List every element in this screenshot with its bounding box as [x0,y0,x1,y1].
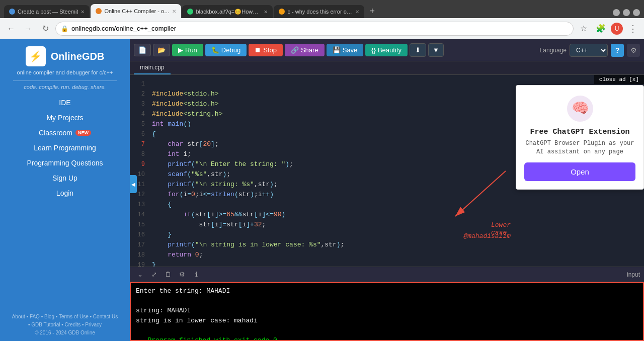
terminal-line-3: string: MAHADI [136,306,638,316]
terminal-line-exit-code: ...Program finished with exit code 0 [136,335,638,342]
terminal-output[interactable]: Enter the string: MAHADI string: MAHADI … [130,282,644,341]
menu-btn[interactable]: ⋮ [626,22,640,36]
terminal-popout-btn[interactable]: ⤢ [148,269,160,281]
forward-btn[interactable]: → [21,22,35,36]
footer-link-about[interactable]: About [12,314,25,319]
ad-logo: 🧠 [565,94,595,124]
sidebar-item-ide[interactable]: IDE [0,95,130,110]
terminal-info-btn[interactable]: ℹ [190,269,202,281]
terminal-expand-btn[interactable]: ⌄ [134,269,146,281]
address-input[interactable] [71,25,568,32]
tab-stackoverflow-close[interactable]: ✕ [355,9,359,15]
terminal-settings-btn[interactable]: ⚙ [176,269,188,281]
terminal-line-2 [136,296,638,306]
sidebar-logo-icon: ⚡ [26,46,46,66]
language-label: Language [540,47,567,54]
file-tabs-bar: main.cpp [130,61,644,75]
sidebar-nav: IDE My Projects Classroom new Learn Prog… [0,95,130,201]
tab-onlinegdb-close[interactable]: ✕ [172,9,176,14]
tab-stackoverflow-label: c - why does this error occur: 'c... [287,9,353,15]
terminal-input-label: input [627,271,640,278]
beautify-btn[interactable]: {} Beautify [365,44,408,56]
back-btn[interactable]: ← [4,22,18,36]
profile-avatar[interactable]: U [611,23,623,35]
help-btn[interactable]: ? [611,44,624,57]
save-btn[interactable]: 💾 Save [327,44,364,56]
maximize-btn[interactable] [623,9,630,16]
file-tab-main[interactable]: main.cpp [134,61,171,74]
close-btn[interactable] [633,9,640,16]
save-label: Save [343,46,358,54]
toolbar-right: Language C++CJavaPython ? ⚙ [540,44,640,57]
bookmark-btn[interactable]: ☆ [577,22,591,36]
share-label: Share [301,46,318,54]
footer-link-terms[interactable]: Terms of Use [59,314,89,319]
more-btn[interactable]: ▼ [428,43,444,57]
share-btn[interactable]: 🔗 Share [285,44,325,56]
tab-blackbox-close[interactable]: ✕ [264,9,268,15]
main-layout: ⚡ OnlineGDB online compiler and debugger… [0,39,644,341]
window-controls [613,9,640,16]
tab-steemit-close[interactable]: ✕ [80,9,85,15]
sidebar-collapse-handle[interactable]: ◀ [130,175,137,193]
classroom-badge: new [75,130,91,136]
sidebar-tagline: online compiler and debugger for c/c++ [17,69,113,75]
tab-blackbox[interactable]: blackbox.ai/?q=😊How+to+ce... ✕ [182,5,273,18]
ad-panel: 🧠 Free ChatGPT Extension ChatGPT Browser… [516,85,644,190]
extensions-btn[interactable]: 🧩 [594,22,608,36]
ad-description: ChatGPT Browser Plugin as your AI assist… [524,139,635,156]
sidebar-item-sign-up[interactable]: Sign Up [0,170,130,186]
settings-btn[interactable]: ⚙ [627,44,640,57]
share-icon: 🔗 [291,46,299,54]
security-icon: 🔒 [61,25,68,32]
beautify-label: Beautify [378,46,401,54]
tab-onlinegdb[interactable]: Online C++ Compiler - online c... ✕ [91,4,181,18]
stop-btn[interactable]: ⏹ Stop [249,44,283,56]
run-btn[interactable]: ▶ Run [172,44,203,56]
ad-title: Free ChatGPT Extension [524,128,635,136]
bottom-toolbar: ⌄ ⤢ 🗒 ⚙ ℹ input [130,267,644,282]
sidebar-item-programming-questions[interactable]: Programming Questions [0,155,130,170]
tab-stackoverflow[interactable]: c - why does this error occur: 'c... ✕ [274,5,364,18]
run-label: Run [185,46,197,54]
run-icon: ▶ [178,46,183,54]
sidebar-tagline2: code. compile. run. debug. share. [24,84,106,90]
close-ad-bar[interactable]: close ad [x] [594,75,644,84]
new-file-btn[interactable]: 📄 [134,44,151,56]
debug-icon: 🐛 [211,46,219,54]
terminal-clear-btn[interactable]: 🗒 [162,269,174,281]
debug-btn[interactable]: 🐛 Debug [205,44,247,56]
sidebar-logo: ⚡ OnlineGDB [26,46,105,66]
tab-steemit[interactable]: Create a post — Steemit ✕ [4,5,90,18]
sidebar-brand-name: OnlineGDB [51,51,105,62]
minimize-btn[interactable] [613,9,620,16]
editor-area: 📄 📂 ▶ Run 🐛 Debug ⏹ Stop 🔗 Share 💾 Save [130,39,644,341]
add-tab-btn[interactable]: + [365,6,379,17]
sidebar-classroom-label: Classroom [39,129,72,137]
footer-link-blog[interactable]: Blog [44,314,54,319]
code-editor[interactable]: 1 2 3 4 5 6 7 8 9 10 11 [130,75,644,267]
footer-link-contact[interactable]: Contact Us [93,314,118,319]
footer-link-credits[interactable]: Credits [65,322,81,327]
sidebar-item-classroom[interactable]: Classroom new [0,125,130,140]
tab-onlinegdb-label: Online C++ Compiler - online c... [104,8,170,14]
sidebar: ⚡ OnlineGDB online compiler and debugger… [0,39,130,341]
footer-link-gdb[interactable]: GDB Tutorial [31,322,60,327]
footer-copyright: © 2016 - 2024 GDB Online [35,330,95,335]
download-btn[interactable]: ⬇ [410,43,426,57]
reload-btn[interactable]: ↻ [38,22,52,36]
sidebar-item-my-projects[interactable]: My Projects [0,110,130,125]
footer-link-privacy[interactable]: Privacy [85,322,102,327]
toolbar: 📄 📂 ▶ Run 🐛 Debug ⏹ Stop 🔗 Share 💾 Save [130,39,644,61]
terminal-line-1: Enter the string: MAHADI [136,286,638,296]
beautify-icon: {} [371,46,376,54]
sidebar-item-login[interactable]: Login [0,186,130,201]
language-select[interactable]: C++CJavaPython [570,44,608,57]
debug-label: Debug [221,46,240,54]
line-numbers: 1 2 3 4 5 6 7 8 9 10 11 [130,75,148,267]
stop-icon: ⏹ [255,46,261,54]
open-file-btn[interactable]: 📂 [153,44,170,56]
ad-open-btn[interactable]: Open [524,162,635,181]
footer-link-faq[interactable]: FAQ [30,314,40,319]
sidebar-item-learn-programming[interactable]: Learn Programming [0,140,130,155]
